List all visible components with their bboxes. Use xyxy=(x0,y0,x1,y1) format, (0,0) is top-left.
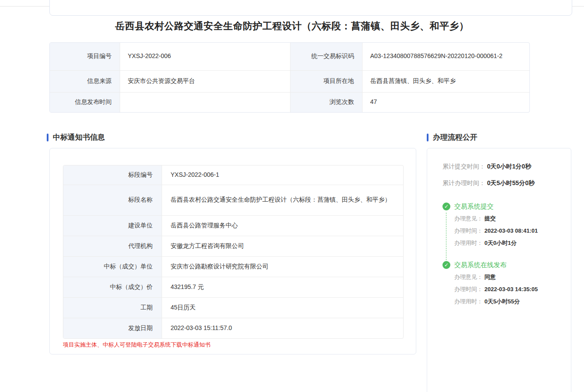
notice-value-duration: 45日历天 xyxy=(162,297,403,318)
notice-label-agency: 代理机构 xyxy=(63,236,162,256)
check-icon: ✓ xyxy=(442,203,450,210)
detail-value: 2022-03-03 14:35:05 xyxy=(484,286,538,292)
section-title-process-text: 办理流程公开 xyxy=(433,132,477,142)
table-row: 建设单位 岳西县公路管理服务中心 xyxy=(63,215,403,236)
detail-value: 提交 xyxy=(484,215,496,222)
detail-value: 同意 xyxy=(484,274,496,280)
table-row: 信息发布时间 浏览次数 47 xyxy=(50,92,530,112)
process-card: 累计提交时间：0天0小时1分0秒 累计办理时间：0天5小时55分0秒 ✓ 交易系… xyxy=(427,148,571,392)
notice-label-winning-price: 中标（成交）价 xyxy=(63,277,162,297)
info-value-trade-code: A03-12340800788576629N-20220120-000061-2 xyxy=(362,43,530,70)
table-row: 代理机构 安徽龙方工程咨询有限公司 xyxy=(63,236,403,256)
table-row: 标段编号 YXSJ-2022-006-1 xyxy=(63,165,403,185)
notice-card: 标段编号 YXSJ-2022-006-1 标段名称 岳西县农村公路交通安全生命防… xyxy=(49,148,416,354)
summary-handle-time: 累计办理时间：0天5小时55分0秒 xyxy=(442,179,563,187)
table-row: 工期 45日历天 xyxy=(63,297,403,318)
section-accent-bar xyxy=(427,134,428,141)
top-card-remnant xyxy=(49,0,572,16)
notice-download-note: 项目实施主体、中标人可登陆电子交易系统下载中标通知书 xyxy=(63,341,211,349)
notice-label-section-name: 标段名称 xyxy=(63,185,162,215)
section-title-notice: 中标通知书信息 xyxy=(47,132,105,142)
detail-label: 办理意见： xyxy=(454,215,483,222)
notice-value-section-number: YXSJ-2022-006-1 xyxy=(162,165,403,185)
step-detail-opinion: 办理意见：同意 xyxy=(454,273,563,281)
info-value-location: 岳西县菖蒲镇、田头乡、和平乡 xyxy=(362,70,530,92)
step-detail-time: 办理时间：2022-03-03 14:35:05 xyxy=(454,285,563,293)
info-label-publish-time: 信息发布时间 xyxy=(50,92,120,112)
process-timeline: ✓ 交易系统提交 办理意见：提交 办理时间：2022-03-03 08:41:0… xyxy=(442,203,563,306)
detail-value: 0天0小时1分 xyxy=(484,240,517,246)
table-row: 发放日期 2022-03-03 15:11:57.0 xyxy=(63,318,403,338)
info-label-trade-code: 统一交易标识码 xyxy=(290,43,362,70)
step-detail-opinion: 办理意见：提交 xyxy=(454,215,563,223)
info-label-project-number: 项目编号 xyxy=(50,43,120,70)
info-value-project-number: YXSJ-2022-006 xyxy=(120,43,290,70)
page-title: 岳西县农村公路交通安全生命防护工程设计（六标段：菖蒲镇、田头乡、和平乡） xyxy=(0,20,584,33)
notice-value-winner-unit: 安庆市公路勘察设计研究院有限公司 xyxy=(162,256,403,277)
info-label-location: 项目所在地 xyxy=(290,70,362,92)
summary-submit-time: 累计提交时间：0天0小时1分0秒 xyxy=(442,163,563,170)
info-value-publish-time xyxy=(120,92,290,112)
step-detail-duration: 办理用时：0天5小时55分 xyxy=(454,298,563,306)
notice-label-winner-unit: 中标（成交）单位 xyxy=(63,256,162,277)
info-label-source: 信息来源 xyxy=(50,70,120,92)
step-detail-duration: 办理用时：0天0小时1分 xyxy=(454,239,563,247)
detail-label: 办理意见： xyxy=(454,274,483,280)
table-row: 信息来源 安庆市公共资源交易平台 项目所在地 岳西县菖蒲镇、田头乡、和平乡 xyxy=(50,70,530,92)
notice-value-agency: 安徽龙方工程咨询有限公司 xyxy=(162,236,403,256)
notice-table: 标段编号 YXSJ-2022-006-1 标段名称 岳西县农村公路交通安全生命防… xyxy=(63,165,404,339)
timeline-step-publish: ✓ 交易系统在线发布 办理意见：同意 办理时间：2022-03-03 14:35… xyxy=(442,261,563,306)
info-value-source: 安庆市公共资源交易平台 xyxy=(120,70,290,92)
step-title: 交易系统提交 xyxy=(454,203,563,210)
section-accent-bar xyxy=(47,134,48,141)
section-title-notice-text: 中标通知书信息 xyxy=(53,132,105,142)
detail-label: 办理用时： xyxy=(454,240,483,246)
table-row: 中标（成交）价 432195.7 元 xyxy=(63,277,403,297)
notice-label-section-number: 标段编号 xyxy=(63,165,162,185)
notice-value-owner-unit: 岳西县公路管理服务中心 xyxy=(162,215,403,236)
notice-value-winning-price: 432195.7 元 xyxy=(162,277,403,297)
notice-label-owner-unit: 建设单位 xyxy=(63,215,162,236)
step-title: 交易系统在线发布 xyxy=(454,261,563,269)
summary-value: 0天0小时1分0秒 xyxy=(487,163,531,170)
table-row: 项目编号 YXSJ-2022-006 统一交易标识码 A03-123408007… xyxy=(50,43,530,70)
notice-label-issue-date: 发放日期 xyxy=(63,318,162,338)
project-info-table: 项目编号 YXSJ-2022-006 统一交易标识码 A03-123408007… xyxy=(49,42,530,113)
detail-label: 办理时间： xyxy=(454,286,483,292)
detail-label: 办理时间： xyxy=(454,227,483,234)
notice-value-issue-date: 2022-03-03 15:11:57.0 xyxy=(162,318,403,338)
timeline-step-submit: ✓ 交易系统提交 办理意见：提交 办理时间：2022-03-03 08:41:0… xyxy=(442,203,563,247)
notice-value-section-name: 岳西县农村公路交通安全生命防护工程设计（六标段：菖蒲镇、田头乡、和平乡） xyxy=(162,185,403,215)
check-icon: ✓ xyxy=(442,261,450,269)
section-title-process: 办理流程公开 xyxy=(427,132,477,142)
info-label-view-count: 浏览次数 xyxy=(290,92,362,112)
summary-label: 累计办理时间： xyxy=(442,179,485,186)
summary-label: 累计提交时间： xyxy=(442,163,485,170)
notice-label-duration: 工期 xyxy=(63,297,162,318)
page: 岳西县农村公路交通安全生命防护工程设计（六标段：菖蒲镇、田头乡、和平乡） 项目编… xyxy=(0,0,584,392)
table-row: 中标（成交）单位 安庆市公路勘察设计研究院有限公司 xyxy=(63,256,403,277)
summary-value: 0天5小时55分0秒 xyxy=(487,179,535,186)
step-detail-time: 办理时间：2022-03-03 08:41:01 xyxy=(454,227,563,235)
info-value-view-count: 47 xyxy=(362,92,530,112)
table-row: 标段名称 岳西县农村公路交通安全生命防护工程设计（六标段：菖蒲镇、田头乡、和平乡… xyxy=(63,185,403,215)
detail-value: 2022-03-03 08:41:01 xyxy=(484,227,538,234)
detail-label: 办理用时： xyxy=(454,298,483,305)
detail-value: 0天5小时55分 xyxy=(484,298,520,305)
